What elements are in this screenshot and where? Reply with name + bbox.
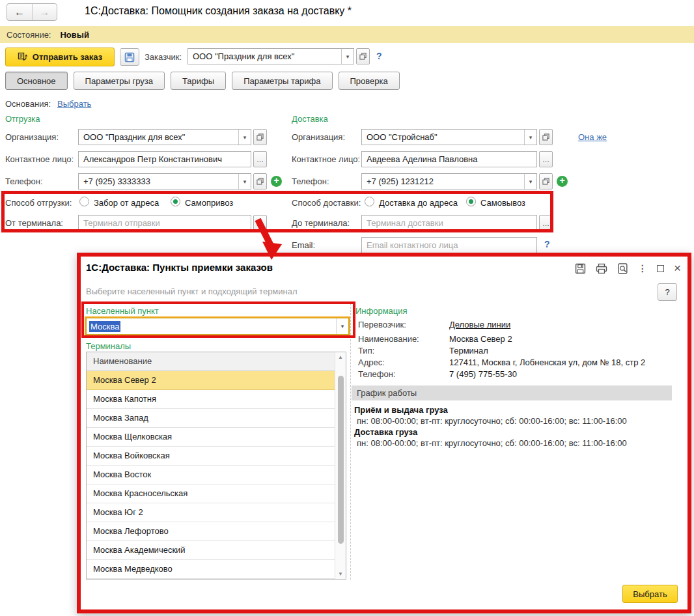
shipment-org-combo[interactable]: ООО "Праздник для всех" ▾: [78, 129, 251, 145]
tabs: Основное Параметры груза Тарифы Параметр…: [5, 72, 400, 90]
window-title: 1С:Доставка: Помощник создания заказа на…: [85, 5, 352, 17]
dialog-title: 1С:Доставка: Пункты приемки заказов: [86, 262, 273, 273]
type-label: Тип:: [358, 346, 374, 356]
city-combo[interactable]: Москва ▾: [86, 318, 349, 335]
terminal-row[interactable]: Москва Войковская: [87, 447, 346, 466]
city-dropdown-icon[interactable]: ▾: [336, 318, 348, 334]
forward-button[interactable]: →: [32, 4, 57, 20]
preview-icon[interactable]: [617, 263, 628, 274]
tab-osnovnoe[interactable]: Основное: [5, 72, 68, 90]
save-button[interactable]: [120, 48, 139, 66]
carrier-link[interactable]: Деловые линии: [449, 320, 510, 329]
delivery-terminal-field[interactable]: Терминал доставки: [361, 215, 537, 231]
shipment-terminal-field[interactable]: Терминал отправки: [78, 215, 251, 231]
email-help-link[interactable]: ?: [544, 239, 550, 249]
scroll-down-icon[interactable]: ▼: [335, 571, 346, 577]
dialog-subtitle: Выберите населенный пункт и подходящий т…: [86, 287, 298, 296]
delivery-add-phone-icon[interactable]: +: [557, 176, 568, 187]
tab-proverka[interactable]: Проверка: [339, 72, 400, 90]
type-value: Терминал: [449, 346, 488, 356]
customer-help-link[interactable]: ?: [376, 51, 382, 61]
terminal-row[interactable]: Москва Юг 2: [87, 503, 346, 522]
city-value: Москва: [89, 321, 120, 332]
tab-parametry-tarifa[interactable]: Параметры тарифа: [232, 72, 332, 90]
same-org-link[interactable]: Она же: [578, 132, 607, 142]
send-order-button[interactable]: Отправить заказ: [5, 48, 115, 66]
email-placeholder: Email контактного лица: [362, 238, 536, 253]
tab-tarify[interactable]: Тарифы: [171, 72, 226, 90]
customer-combo[interactable]: ООО "Праздник для всех" ▾: [187, 48, 354, 64]
carrier-label: Перевозчик:: [358, 320, 406, 329]
panel-splitter[interactable]: [350, 303, 351, 580]
open-form-icon: [257, 178, 264, 185]
shipment-org-dropdown-icon[interactable]: ▾: [238, 130, 251, 145]
shipment-method-option1[interactable]: Забор от адреса: [94, 198, 159, 208]
scroll-up-icon[interactable]: ▲: [335, 354, 346, 360]
terminal-row[interactable]: Москва Медведково: [87, 560, 346, 579]
delivery-contact-value: Авдеева Аделина Павловна: [362, 152, 536, 167]
delivery-method-option1[interactable]: Доставка до адреса: [379, 198, 458, 208]
shipment-terminal-placeholder: Терминал отправки: [79, 216, 251, 231]
delivery-org-combo[interactable]: ООО "Стройснаб" ▾: [361, 129, 537, 145]
delivery-terminal-ellipsis-button[interactable]: …: [539, 215, 553, 231]
bases-select-link[interactable]: Выбрать: [57, 99, 91, 109]
terminal-row[interactable]: Москва Красносельская: [87, 484, 346, 503]
delivery-method-radio-address[interactable]: [365, 197, 374, 206]
shipment-org-value: ООО "Праздник для всех": [79, 130, 238, 145]
shipment-method-option2[interactable]: Самопривоз: [185, 198, 233, 208]
customer-dropdown-icon[interactable]: ▾: [341, 49, 354, 64]
terminal-row-selected[interactable]: Москва Север 2: [87, 371, 346, 390]
shipment-phone-combo[interactable]: +7 (925) 3333333 ▾: [78, 173, 251, 189]
highlight-arrow-icon: [249, 218, 290, 261]
terminal-row[interactable]: Москва Восток: [87, 466, 346, 484]
terminal-row[interactable]: Москва Капотня: [87, 390, 346, 409]
shipment-org-open-button[interactable]: [253, 129, 267, 145]
terminal-row[interactable]: Москва Академический: [87, 541, 346, 560]
shipment-method-radio-self[interactable]: [171, 197, 180, 206]
shipment-method-radio-pickup[interactable]: [79, 197, 89, 206]
shipment-phone-open-button[interactable]: [253, 173, 267, 189]
delivery-method-option2[interactable]: Самовывоз: [480, 198, 525, 208]
customer-label: Заказчик:: [145, 52, 182, 62]
select-button[interactable]: Выбрать: [622, 585, 678, 603]
terminal-row[interactable]: Москва Запад: [87, 409, 346, 428]
shipment-org-label: Организация:: [5, 132, 59, 142]
delivery-contact-ellipsis-button[interactable]: …: [539, 151, 553, 167]
shipment-add-phone-icon[interactable]: +: [271, 176, 282, 187]
back-button[interactable]: ←: [7, 4, 32, 20]
city-value-wrap: Москва: [87, 318, 336, 334]
terminals-scrollbar[interactable]: ▲ ▼: [335, 352, 346, 579]
phone-value: 7 (495) 775-55-30: [449, 369, 517, 379]
maximize-icon[interactable]: [657, 265, 664, 272]
shipment-phone-dropdown-icon[interactable]: ▾: [238, 174, 251, 189]
print-icon[interactable]: [596, 263, 607, 274]
delivery-method-radio-self[interactable]: [466, 197, 476, 206]
status-value: Новый: [60, 30, 89, 40]
more-menu-icon[interactable]: ⋮: [638, 263, 647, 273]
shipment-contact-ellipsis-button[interactable]: …: [253, 151, 267, 167]
schedule-section1-title: Приём и выдача груза: [354, 405, 448, 415]
delivery-org-open-button[interactable]: [539, 129, 553, 145]
shipment-phone-label: Телефон:: [5, 176, 43, 186]
save-icon[interactable]: [575, 263, 586, 274]
delivery-contact-field[interactable]: Авдеева Аделина Павловна: [361, 151, 537, 167]
delivery-phone-dropdown-icon[interactable]: ▾: [524, 174, 536, 189]
terminal-row[interactable]: Москва Щелковская: [87, 428, 346, 447]
terminal-row[interactable]: Москва Лефортово: [87, 522, 346, 541]
scroll-thumb[interactable]: [338, 376, 344, 544]
address-label: Адрес:: [358, 357, 385, 367]
close-icon[interactable]: ×: [674, 264, 681, 273]
tab-parametry-gruza[interactable]: Параметры груза: [74, 72, 165, 90]
email-field[interactable]: Email контактного лица: [361, 237, 537, 253]
shipment-contact-value: Александров Петр Константинович: [79, 152, 251, 167]
dialog-help-button[interactable]: ?: [658, 283, 677, 301]
delivery-phone-combo[interactable]: +7 (925) 1231212 ▾: [361, 173, 537, 189]
delivery-phone-open-button[interactable]: [539, 173, 553, 189]
dialog-title-icons: ⋮ ×: [575, 262, 681, 275]
terminals-label: Терминалы: [86, 341, 131, 351]
terminals-column-header[interactable]: Наименование: [87, 352, 346, 371]
shipment-contact-field[interactable]: Александров Петр Константинович: [78, 151, 251, 167]
customer-open-button[interactable]: [356, 48, 370, 64]
delivery-org-dropdown-icon[interactable]: ▾: [524, 130, 536, 145]
delivery-phone-label: Телефон:: [292, 176, 329, 186]
